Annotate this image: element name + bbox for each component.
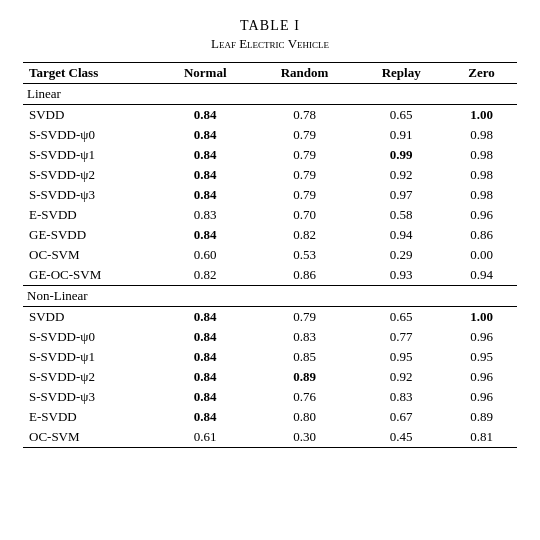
section-header-0: Linear — [23, 84, 517, 105]
cell-3: 0.96 — [446, 327, 517, 347]
cell-1: 0.89 — [253, 367, 356, 387]
cell-2: 0.65 — [356, 307, 446, 328]
table-row: S-SVDD-ψ00.840.790.910.98 — [23, 125, 517, 145]
cell-0: 0.84 — [158, 347, 253, 367]
table-header: Target ClassNormalRandomReplayZero — [23, 63, 517, 84]
row-label: E-SVDD — [23, 205, 158, 225]
cell-0: 0.82 — [158, 265, 253, 286]
cell-1: 0.86 — [253, 265, 356, 286]
cell-0: 0.84 — [158, 407, 253, 427]
cell-3: 0.98 — [446, 165, 517, 185]
cell-2: 0.45 — [356, 427, 446, 448]
cell-2: 0.95 — [356, 347, 446, 367]
cell-0: 0.61 — [158, 427, 253, 448]
cell-2: 0.97 — [356, 185, 446, 205]
cell-3: 0.96 — [446, 205, 517, 225]
table-row: GE-SVDD0.840.820.940.86 — [23, 225, 517, 245]
table-row: OC-SVM0.610.300.450.81 — [23, 427, 517, 448]
table-row: S-SVDD-ψ30.840.790.970.98 — [23, 185, 517, 205]
table-row: S-SVDD-ψ20.840.790.920.98 — [23, 165, 517, 185]
cell-3: 0.98 — [446, 185, 517, 205]
header-col-3: Replay — [356, 63, 446, 84]
cell-0: 0.84 — [158, 367, 253, 387]
cell-3: 0.95 — [446, 347, 517, 367]
table-row: S-SVDD-ψ10.840.790.990.98 — [23, 145, 517, 165]
cell-2: 0.99 — [356, 145, 446, 165]
row-label: E-SVDD — [23, 407, 158, 427]
cell-0: 0.84 — [158, 145, 253, 165]
row-label: OC-SVM — [23, 427, 158, 448]
table-row: S-SVDD-ψ00.840.830.770.96 — [23, 327, 517, 347]
cell-3: 0.81 — [446, 427, 517, 448]
cell-1: 0.78 — [253, 105, 356, 126]
cell-1: 0.79 — [253, 145, 356, 165]
section-label: Non-Linear — [23, 286, 517, 307]
cell-3: 0.89 — [446, 407, 517, 427]
table-row: OC-SVM0.600.530.290.00 — [23, 245, 517, 265]
row-label: OC-SVM — [23, 245, 158, 265]
cell-3: 0.98 — [446, 125, 517, 145]
section-label: Linear — [23, 84, 517, 105]
cell-2: 0.91 — [356, 125, 446, 145]
table-row: S-SVDD-ψ20.840.890.920.96 — [23, 367, 517, 387]
section-header-1: Non-Linear — [23, 286, 517, 307]
cell-0: 0.84 — [158, 165, 253, 185]
cell-0: 0.84 — [158, 387, 253, 407]
header-col-1: Normal — [158, 63, 253, 84]
cell-1: 0.79 — [253, 307, 356, 328]
cell-2: 0.77 — [356, 327, 446, 347]
table-title: TABLE I — [240, 18, 300, 34]
row-label: SVDD — [23, 105, 158, 126]
cell-2: 0.92 — [356, 367, 446, 387]
cell-1: 0.83 — [253, 327, 356, 347]
cell-3: 1.00 — [446, 105, 517, 126]
cell-3: 1.00 — [446, 307, 517, 328]
cell-1: 0.30 — [253, 427, 356, 448]
table-row: SVDD0.840.790.651.00 — [23, 307, 517, 328]
cell-1: 0.76 — [253, 387, 356, 407]
cell-3: 0.00 — [446, 245, 517, 265]
header-col-4: Zero — [446, 63, 517, 84]
cell-0: 0.83 — [158, 205, 253, 225]
cell-2: 0.65 — [356, 105, 446, 126]
cell-2: 0.92 — [356, 165, 446, 185]
table-row: GE-OC-SVM0.820.860.930.94 — [23, 265, 517, 286]
cell-0: 0.84 — [158, 307, 253, 328]
row-label: S-SVDD-ψ0 — [23, 327, 158, 347]
main-table: Target ClassNormalRandomReplayZero Linea… — [23, 62, 517, 448]
cell-0: 0.84 — [158, 105, 253, 126]
cell-2: 0.29 — [356, 245, 446, 265]
header-col-0: Target Class — [23, 63, 158, 84]
cell-1: 0.53 — [253, 245, 356, 265]
header-row: Target ClassNormalRandomReplayZero — [23, 63, 517, 84]
table-body: LinearSVDD0.840.780.651.00S-SVDD-ψ00.840… — [23, 84, 517, 448]
cell-1: 0.79 — [253, 185, 356, 205]
header-col-2: Random — [253, 63, 356, 84]
row-label: S-SVDD-ψ3 — [23, 387, 158, 407]
cell-1: 0.79 — [253, 165, 356, 185]
cell-0: 0.84 — [158, 125, 253, 145]
cell-3: 0.96 — [446, 387, 517, 407]
table-subtitle: Leaf Electric Vehicle — [211, 36, 329, 52]
cell-1: 0.79 — [253, 125, 356, 145]
cell-0: 0.60 — [158, 245, 253, 265]
cell-0: 0.84 — [158, 185, 253, 205]
table-row: E-SVDD0.830.700.580.96 — [23, 205, 517, 225]
table-row: S-SVDD-ψ10.840.850.950.95 — [23, 347, 517, 367]
cell-2: 0.67 — [356, 407, 446, 427]
cell-2: 0.58 — [356, 205, 446, 225]
row-label: S-SVDD-ψ0 — [23, 125, 158, 145]
cell-2: 0.94 — [356, 225, 446, 245]
table-row: SVDD0.840.780.651.00 — [23, 105, 517, 126]
cell-3: 0.98 — [446, 145, 517, 165]
cell-3: 0.86 — [446, 225, 517, 245]
cell-2: 0.83 — [356, 387, 446, 407]
cell-2: 0.93 — [356, 265, 446, 286]
cell-1: 0.82 — [253, 225, 356, 245]
row-label: GE-SVDD — [23, 225, 158, 245]
row-label: S-SVDD-ψ1 — [23, 145, 158, 165]
row-label: S-SVDD-ψ2 — [23, 165, 158, 185]
cell-1: 0.80 — [253, 407, 356, 427]
cell-0: 0.84 — [158, 225, 253, 245]
row-label: S-SVDD-ψ2 — [23, 367, 158, 387]
